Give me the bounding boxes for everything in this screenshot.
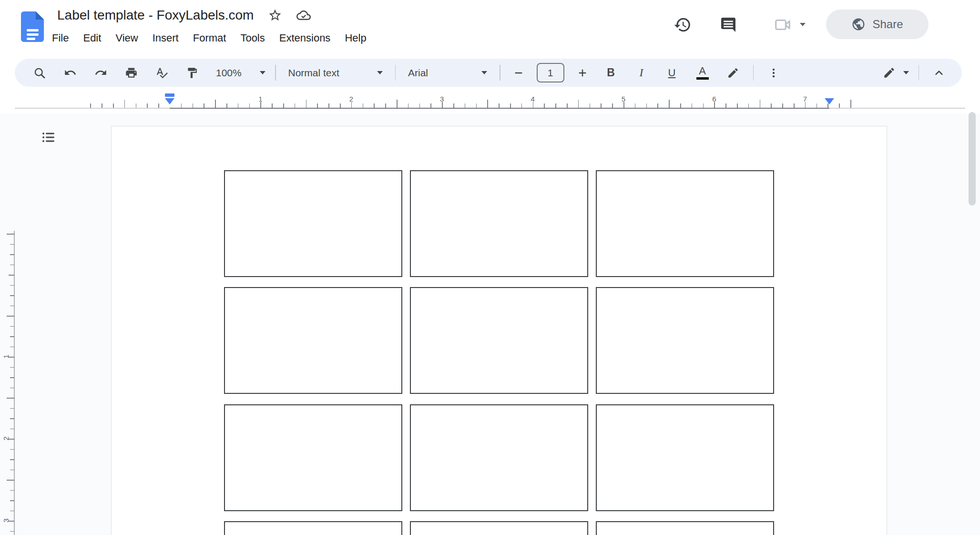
ruler-tick (7, 234, 14, 235)
increase-font-size-button[interactable] (574, 62, 591, 83)
ruler-tick (10, 531, 14, 532)
menu-format[interactable]: Format (186, 30, 234, 47)
ruler-tick (7, 316, 14, 317)
right-indent-marker[interactable] (825, 98, 834, 104)
ruler-tick (10, 429, 14, 430)
ruler-tick (10, 408, 14, 409)
ruler-tick (10, 306, 14, 307)
label-cell-r2c1[interactable] (224, 287, 402, 394)
ruler-tick (10, 388, 14, 389)
current-text-color-swatch (696, 77, 709, 80)
ruler-tick (10, 336, 14, 337)
document-outline-button[interactable] (40, 129, 57, 146)
menu-view[interactable]: View (108, 30, 145, 47)
chevron-down-icon (260, 71, 265, 74)
toolbar-divider (753, 65, 754, 81)
logo-text-line (27, 38, 35, 40)
italic-button[interactable]: I (631, 62, 652, 83)
star-icon[interactable] (268, 8, 282, 22)
vertical-ruler: 1234 (0, 227, 29, 535)
ruler-tick (10, 285, 14, 286)
toolbar-divider (275, 65, 276, 81)
redo-button[interactable] (90, 62, 111, 83)
comments-button[interactable] (718, 14, 739, 35)
toolbar-divider (500, 65, 500, 81)
highlight-color-button[interactable] (723, 62, 744, 83)
google-docs-logo-icon[interactable] (21, 11, 44, 42)
cloud-saved-icon[interactable] (296, 8, 311, 22)
ruler-tick (10, 367, 14, 368)
label-cell-r4c1[interactable] (224, 521, 402, 535)
paragraph-style-select[interactable]: Normal text (286, 62, 386, 83)
left-indent-marker[interactable] (165, 98, 174, 104)
underline-button[interactable]: U (662, 62, 683, 83)
toolbar: 100% Normal text Arial 1 B I U A (15, 59, 962, 87)
paragraph-style-value: Normal text (288, 67, 339, 79)
more-options-button[interactable] (763, 62, 784, 83)
label-cell-r3c3[interactable] (596, 404, 774, 511)
version-history-button[interactable] (672, 14, 693, 35)
title-row: Label template - FoxyLabels.com (57, 8, 311, 23)
share-button[interactable]: Share (826, 10, 929, 39)
ruler-tick (9, 275, 14, 276)
label-cell-r4c2[interactable] (410, 521, 588, 535)
menu-extensions[interactable]: Extensions (272, 30, 338, 47)
spell-check-button[interactable] (151, 62, 172, 83)
label-cell-r2c3[interactable] (596, 287, 774, 394)
menu-insert[interactable]: Insert (145, 30, 186, 47)
menu-edit[interactable]: Edit (76, 30, 108, 47)
label-cell-r1c1[interactable] (224, 170, 402, 277)
vertical-scrollbar-thumb[interactable] (969, 112, 976, 206)
document-title[interactable]: Label template - FoxyLabels.com (57, 8, 254, 23)
toolbar-divider (395, 65, 396, 81)
text-color-button[interactable]: A (692, 62, 713, 83)
undo-button[interactable] (60, 62, 81, 83)
vertical-ruler-line (14, 231, 15, 535)
zoom-select[interactable]: 100% (216, 62, 265, 83)
ruler-tick (10, 295, 14, 296)
google-docs-window: Label template - FoxyLabels.com FileEdit… (0, 0, 980, 535)
label-cell-r1c2[interactable] (410, 170, 588, 277)
video-call-button[interactable] (772, 14, 793, 35)
label-cell-r2c2[interactable] (410, 287, 588, 394)
ruler-tick (7, 398, 14, 399)
editing-mode-select[interactable] (883, 66, 909, 79)
ruler-tick (10, 418, 14, 419)
label-cell-r4c3[interactable] (596, 521, 774, 535)
ruler-tick (10, 377, 14, 378)
app-header: Label template - FoxyLabels.com FileEdit… (0, 0, 980, 113)
first-line-indent-marker[interactable] (165, 93, 174, 97)
ruler-tick (10, 254, 14, 255)
menu-bar: FileEditViewInsertFormatToolsExtensionsH… (45, 30, 374, 47)
ruler-tick (10, 500, 14, 501)
paint-format-button[interactable] (182, 62, 203, 83)
ruler-tick (10, 470, 14, 471)
hide-menus-button[interactable] (929, 62, 949, 83)
menu-help[interactable]: Help (337, 30, 373, 47)
bold-button[interactable]: B (601, 62, 622, 83)
search-menus-button[interactable] (29, 62, 50, 83)
menu-file[interactable]: File (45, 30, 76, 47)
zoom-value: 100% (216, 67, 242, 79)
menu-tools[interactable]: Tools (233, 30, 272, 47)
ruler-number: 1 (2, 352, 10, 361)
ruler-tick (9, 439, 14, 440)
font-size-input[interactable]: 1 (537, 63, 564, 82)
label-cell-r1c3[interactable] (596, 170, 774, 277)
chevron-down-icon (903, 71, 909, 74)
video-call-caret-icon[interactable] (800, 23, 806, 26)
label-cell-r3c2[interactable] (410, 404, 588, 511)
font-family-select[interactable]: Arial (405, 62, 490, 83)
document-canvas: 1234 (0, 113, 980, 535)
ruler-tick (9, 357, 14, 358)
chevron-down-icon (481, 71, 487, 74)
label-cell-r3c1[interactable] (224, 404, 402, 511)
ruler-number: 2 (2, 434, 10, 443)
decrease-font-size-button[interactable] (510, 62, 527, 83)
ruler-tick (10, 326, 14, 327)
ruler-tick (10, 449, 14, 450)
print-button[interactable] (121, 62, 142, 83)
ruler-tick (10, 490, 14, 491)
ruler-tick (10, 244, 14, 245)
ruler-tick (7, 480, 14, 481)
